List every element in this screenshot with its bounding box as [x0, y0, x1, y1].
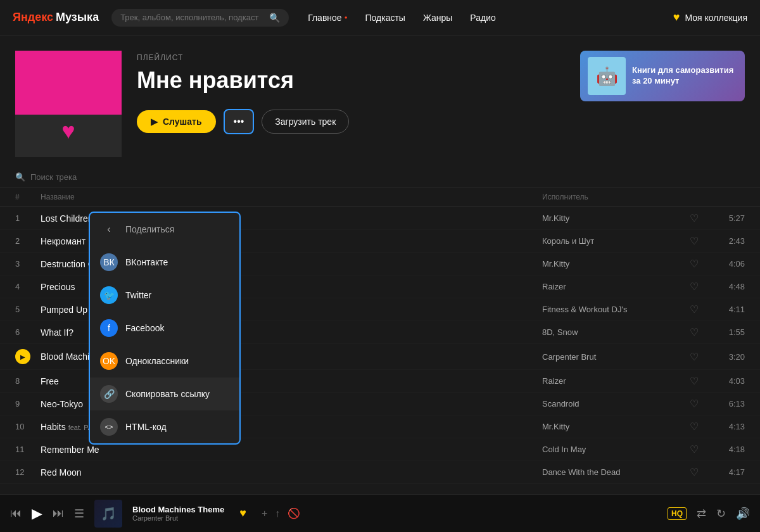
my-collection-button[interactable]: ♥ Моя коллекция: [673, 11, 747, 24]
html-icon: <>: [100, 418, 118, 436]
track-duration: 4:18: [707, 445, 745, 454]
main-nav: Главное ● Подкасты Жанры Радио: [308, 13, 661, 23]
dropdown-ok-item[interactable]: OK Одноклассники: [90, 345, 239, 377]
track-duration: 2:43: [707, 236, 745, 246]
dropdown-html-item[interactable]: <> HTML-код: [90, 410, 239, 443]
col-artist-header: Исполнитель: [542, 193, 681, 201]
track-duration: 4:06: [707, 259, 745, 269]
track-title: Red Moon: [41, 467, 542, 478]
player-controls: ⏮ ▶ ⏭ ☰: [10, 505, 84, 522]
track-like-button[interactable]: ♡: [681, 212, 707, 224]
nav-item-genres[interactable]: Жанры: [423, 13, 452, 23]
track-like-button[interactable]: ♡: [681, 281, 707, 293]
header: Яндекс Музыка 🔍 Главное ● Подкасты Жанры…: [0, 0, 760, 35]
track-number: 8: [15, 376, 41, 386]
nav-label-genres: Жанры: [423, 13, 452, 23]
track-duration: 4:13: [707, 422, 745, 431]
track-number: 3: [15, 259, 41, 269]
track-artist: Mr.Kitty: [542, 213, 681, 223]
dropdown-vk-item[interactable]: ВК ВКонтакте: [90, 246, 239, 279]
logo[interactable]: Яндекс Музыка: [13, 11, 99, 24]
nav-item-radio[interactable]: Радио: [470, 13, 495, 23]
dropdown-ok-label: Одноклассники: [125, 356, 189, 366]
dropdown-copy-label: Скопировать ссылку: [125, 389, 210, 399]
logo-music: Музыка: [56, 11, 99, 24]
track-duration: 4:17: [707, 467, 745, 477]
track-artist: Cold In May: [542, 445, 681, 454]
player-artist-name: Carpenter Brut: [132, 514, 224, 522]
nav-label-radio: Радио: [470, 13, 495, 23]
track-number: 9: [15, 399, 41, 408]
play-button[interactable]: ▶ Слушать: [137, 110, 216, 133]
block-track-button[interactable]: 🚫: [288, 507, 300, 519]
dropdown-back-item[interactable]: ‹ Поделиться: [90, 213, 239, 246]
main-content: ♥ ПЛЕЙЛИСТ Мне нравится ▶ Слушать ••• За…: [0, 35, 760, 494]
link-icon: 🔗: [100, 385, 118, 403]
track-like-button[interactable]: ♡: [681, 258, 707, 270]
prev-track-button[interactable]: ⏮: [10, 507, 22, 520]
more-options-button[interactable]: •••: [224, 109, 255, 134]
player-info: Blood Machines Theme Carpenter Brut: [132, 505, 224, 522]
nav-item-podcasts[interactable]: Подкасты: [365, 13, 405, 23]
track-like-button[interactable]: ♡: [681, 235, 707, 247]
dropdown-html-label: HTML-код: [125, 422, 167, 432]
vk-icon: ВК: [100, 253, 118, 271]
dropdown-facebook-item[interactable]: f Facebook: [90, 312, 239, 345]
collection-label: Моя коллекция: [685, 13, 747, 23]
shuffle-button[interactable]: ⇄: [697, 507, 706, 521]
playlist-actions: ▶ Слушать ••• Загрузить трек: [137, 109, 349, 134]
track-number: 4: [15, 282, 41, 291]
banner-image: 🤖: [588, 57, 626, 95]
track-duration: 4:03: [707, 376, 745, 386]
dropdown-twitter-item[interactable]: 🐦 Twitter: [90, 279, 239, 312]
logo-yandex: Яндекс: [13, 11, 53, 24]
play-pause-button[interactable]: ▶: [32, 505, 42, 522]
playlist-title: Мне нравится: [137, 67, 349, 94]
player-like-button[interactable]: ♥: [239, 507, 246, 520]
repeat-button[interactable]: ↻: [716, 507, 726, 521]
col-dur-header: [707, 193, 745, 201]
track-number: 2: [15, 236, 41, 246]
twitter-icon: 🐦: [100, 286, 118, 304]
share-track-button[interactable]: ↑: [275, 508, 280, 519]
track-artist: 8D, Snow: [542, 327, 681, 337]
add-to-playlist-button[interactable]: +: [262, 508, 267, 519]
tracks-search-bar[interactable]: 🔍 Поиск трека: [0, 167, 760, 187]
volume-button[interactable]: 🔊: [736, 507, 750, 521]
now-playing-icon: ▶: [15, 349, 30, 364]
player-right-controls: HQ ⇄ ↻ 🔊: [668, 507, 750, 521]
nav-dot-main: ●: [345, 15, 348, 20]
cover-bottom: ♥: [15, 115, 122, 157]
next-track-button[interactable]: ⏭: [53, 507, 64, 520]
search-bar[interactable]: 🔍: [111, 9, 289, 27]
track-like-button[interactable]: ♡: [681, 326, 707, 338]
track-number: 12: [15, 467, 41, 477]
cover-heart-icon: ♥: [61, 118, 75, 144]
track-row[interactable]: 12Red MoonDance With the Dead♡4:17: [0, 461, 760, 484]
track-like-button[interactable]: ♡: [681, 303, 707, 315]
track-like-button[interactable]: ♡: [681, 466, 707, 478]
play-icon: ▶: [151, 117, 158, 127]
nav-item-main[interactable]: Главное ●: [308, 13, 347, 23]
dropdown-copy-item[interactable]: 🔗 Скопировать ссылку: [90, 377, 239, 410]
player-thumb-inner: 🎵: [94, 500, 122, 528]
dropdown-back-label: Поделиться: [125, 224, 174, 234]
banner-text: Книги для саморазвития за 20 минут: [632, 65, 737, 87]
facebook-icon: f: [100, 319, 118, 337]
track-like-button[interactable]: ♡: [681, 351, 707, 363]
track-artist: Fitness & Workout DJ's: [542, 305, 681, 314]
playlist-button[interactable]: ☰: [74, 507, 84, 521]
track-like-button[interactable]: ♡: [681, 375, 707, 387]
col-num-header: #: [15, 193, 41, 201]
upload-track-button[interactable]: Загрузить трек: [262, 110, 349, 134]
track-artist: Raizer: [542, 376, 681, 386]
search-icon: 🔍: [269, 13, 280, 23]
track-like-button[interactable]: ♡: [681, 443, 707, 455]
track-number: 1: [15, 213, 41, 223]
track-like-button[interactable]: ♡: [681, 398, 707, 410]
search-input[interactable]: [120, 13, 264, 22]
promo-banner[interactable]: 🤖 Книги для саморазвития за 20 минут: [580, 51, 745, 101]
track-like-button[interactable]: ♡: [681, 421, 707, 433]
track-artist: Carpenter Brut: [542, 352, 681, 362]
track-title: Remember Me: [41, 445, 542, 455]
